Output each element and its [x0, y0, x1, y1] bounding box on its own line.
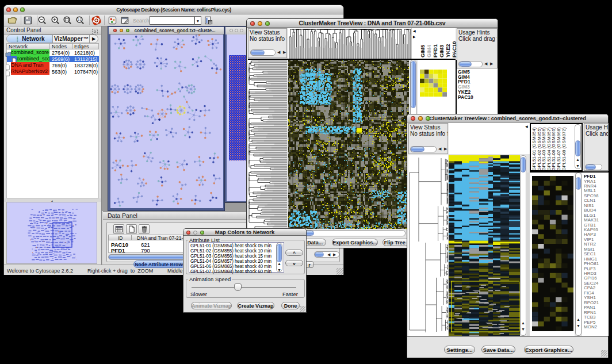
svg-text:1:1: 1:1	[78, 18, 82, 21]
